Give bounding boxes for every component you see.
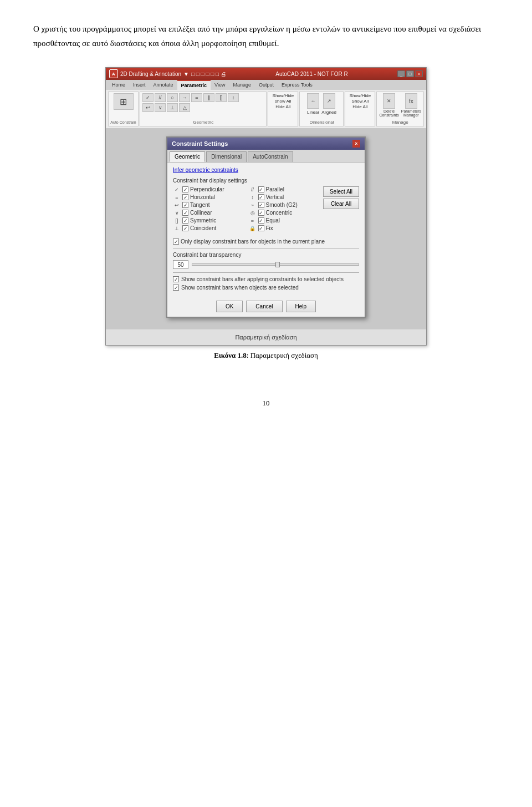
cancel-button[interactable]: Cancel bbox=[246, 301, 282, 312]
dialog-bottom-buttons: OK Cancel Help bbox=[167, 297, 365, 317]
transparency-slider[interactable] bbox=[192, 263, 359, 266]
perpendicular-label: Perpendicular bbox=[190, 186, 224, 192]
symmetric-icon: [] bbox=[173, 218, 181, 224]
constraint-symmetric: [] Symmetric bbox=[173, 217, 243, 224]
dialog-overlay-area: Constraint Settings × Geometric Dimensio… bbox=[106, 128, 426, 329]
vertical-icon: ↕ bbox=[249, 195, 257, 200]
linear-icon[interactable]: ↔ bbox=[307, 93, 319, 109]
app-separator: ▼ bbox=[183, 71, 189, 77]
tab-annotate[interactable]: Annotate bbox=[150, 80, 177, 90]
constraints-grid: ✓ Perpendicular // Parallel bbox=[173, 186, 319, 231]
show-all-geo-label[interactable]: show AiI bbox=[275, 99, 291, 104]
maximize-btn[interactable]: □ bbox=[406, 70, 414, 77]
tab-output[interactable]: Output bbox=[255, 80, 278, 90]
titlebar-left: A 2D Drafting & Annotation ▼ □ □ □ □ □ □… bbox=[109, 69, 226, 78]
fix-label: Fix bbox=[266, 225, 273, 231]
dialog-title: Constraint Settings bbox=[172, 140, 228, 147]
constraint-coincident: ⊥ Coincident bbox=[173, 225, 243, 231]
aligned-icon[interactable]: ↗ bbox=[323, 93, 335, 109]
slider-thumb bbox=[275, 262, 280, 267]
symmetric-checkbox[interactable] bbox=[182, 217, 188, 224]
tab-express[interactable]: Express Tools bbox=[278, 80, 316, 90]
geo-icon-3[interactable]: ○ bbox=[167, 93, 178, 102]
auto-constrain-group: ⊞ Auto Constrain bbox=[108, 92, 139, 126]
vertical-checkbox[interactable] bbox=[258, 194, 264, 200]
dialog-tab-dimensional[interactable]: Dimensional bbox=[206, 151, 247, 162]
hide-all-dim-label[interactable]: Hide All bbox=[352, 104, 367, 109]
geo-icon-8[interactable]: ↕ bbox=[228, 93, 239, 102]
transparency-value[interactable]: 50 bbox=[173, 260, 188, 269]
show-hide-dim-label[interactable]: Show/Hide bbox=[350, 93, 371, 98]
smooth-checkbox[interactable] bbox=[258, 202, 264, 208]
select-all-button[interactable]: Select All bbox=[323, 186, 359, 197]
dialog-tab-autoconstrain[interactable]: AutoConstrain bbox=[248, 151, 293, 162]
horizontal-label: Horizontal bbox=[190, 194, 215, 200]
auto-constrain-content: ⊞ bbox=[114, 93, 134, 110]
fix-checkbox[interactable] bbox=[258, 225, 264, 231]
smooth-icon: ~ bbox=[249, 202, 257, 208]
parameters-icon[interactable]: fx bbox=[405, 93, 417, 109]
tab-parametric[interactable]: Parametric bbox=[177, 80, 211, 90]
manage-group: ✕ DeleteConstraints fx ParametersManager… bbox=[376, 92, 424, 126]
geo-icon-4[interactable]: → bbox=[179, 93, 190, 102]
geo-icon-1[interactable]: ✓ bbox=[142, 93, 154, 102]
manage-label: Manage bbox=[377, 120, 423, 125]
aligned-label: Aligned bbox=[321, 110, 336, 115]
help-button[interactable]: Help bbox=[286, 301, 316, 312]
coincident-label: Coincident bbox=[190, 225, 216, 231]
constraint-concentric: ◎ Concentric bbox=[249, 210, 319, 216]
show-after-checkbox[interactable] bbox=[173, 276, 179, 282]
tab-home[interactable]: Home bbox=[108, 80, 129, 90]
show-all-dim-label[interactable]: Show All bbox=[352, 99, 369, 104]
infer-geometric-link[interactable]: Infer geometric constraints bbox=[173, 167, 359, 173]
delete-label: DeleteConstraints bbox=[379, 109, 398, 117]
geo-icon-7[interactable]: [] bbox=[216, 93, 227, 102]
geo-icon-5[interactable]: = bbox=[191, 93, 202, 102]
show-after-label: Show constraint bars after applying cons… bbox=[181, 276, 344, 282]
parameters-label: ParametersManager bbox=[401, 109, 421, 117]
tab-view[interactable]: View bbox=[211, 80, 229, 90]
close-btn[interactable]: × bbox=[415, 70, 423, 77]
only-display-checkbox[interactable] bbox=[173, 238, 179, 245]
geo-icon-2[interactable]: // bbox=[155, 93, 166, 102]
figure-window-caption: Παραμετρική σχεδίαση bbox=[106, 329, 426, 345]
show-after-row: Show constraint bars after applying cons… bbox=[173, 276, 359, 282]
hide-all-geo-label[interactable]: Hide All bbox=[275, 104, 290, 109]
geo-icon-12[interactable]: △ bbox=[179, 103, 190, 112]
delete-constraints-icon[interactable]: ✕ bbox=[383, 93, 395, 109]
equal-checkbox[interactable] bbox=[258, 217, 264, 224]
parallel-checkbox[interactable] bbox=[258, 186, 264, 192]
constraint-horizontal: = Horizontal bbox=[173, 194, 243, 200]
concentric-checkbox[interactable] bbox=[258, 210, 264, 216]
only-display-label: Only display constraint bars for objects… bbox=[181, 238, 325, 245]
geo-icon-9[interactable]: ↩ bbox=[142, 103, 154, 112]
tangent-checkbox[interactable] bbox=[182, 202, 188, 208]
tab-manage[interactable]: Manage bbox=[229, 80, 255, 90]
show-when-checkbox[interactable] bbox=[173, 285, 179, 291]
concentric-label: Concentric bbox=[266, 210, 293, 216]
window-controls[interactable]: _ □ × bbox=[397, 70, 423, 77]
geo-icon-10[interactable]: ∨ bbox=[155, 103, 166, 112]
ok-button[interactable]: OK bbox=[216, 301, 243, 312]
geometric-group: ✓ // ○ → = ∥ [] ↕ ↩ ∨ ⊥ bbox=[140, 92, 267, 126]
minimize-btn[interactable]: _ bbox=[397, 70, 405, 77]
autocad-window: A 2D Drafting & Annotation ▼ □ □ □ □ □ □… bbox=[105, 67, 427, 346]
figure-caption: Εικόνα 1.8: Παραμετρική σχεδίαση bbox=[214, 351, 318, 360]
show-hide-geo-label[interactable]: Show/Hide bbox=[273, 93, 294, 98]
geo-row3: ↩ ∨ ⊥ △ bbox=[142, 103, 190, 112]
tab-insert[interactable]: Insert bbox=[129, 80, 150, 90]
auto-constrain-icon[interactable]: ⊞ bbox=[114, 93, 134, 110]
geo-icon-6[interactable]: ∥ bbox=[203, 93, 214, 102]
constraint-equal: = Equal bbox=[249, 217, 319, 224]
dialog-tab-geometric[interactable]: Geometric bbox=[170, 151, 205, 162]
dialog-close-button[interactable]: × bbox=[352, 140, 360, 148]
collinear-checkbox[interactable] bbox=[182, 210, 188, 216]
coincident-checkbox[interactable] bbox=[182, 225, 188, 231]
clear-all-button[interactable]: Clear All bbox=[323, 199, 359, 209]
collinear-label: Collinear bbox=[190, 210, 212, 216]
geometric-content: ✓ // ○ → = ∥ [] ↕ ↩ ∨ ⊥ bbox=[142, 93, 264, 112]
perpendicular-checkbox[interactable] bbox=[182, 186, 188, 192]
transparency-section: Constraint bar transparency 50 bbox=[173, 252, 359, 269]
horizontal-checkbox[interactable] bbox=[182, 194, 188, 200]
geo-icon-11[interactable]: ⊥ bbox=[167, 103, 178, 112]
